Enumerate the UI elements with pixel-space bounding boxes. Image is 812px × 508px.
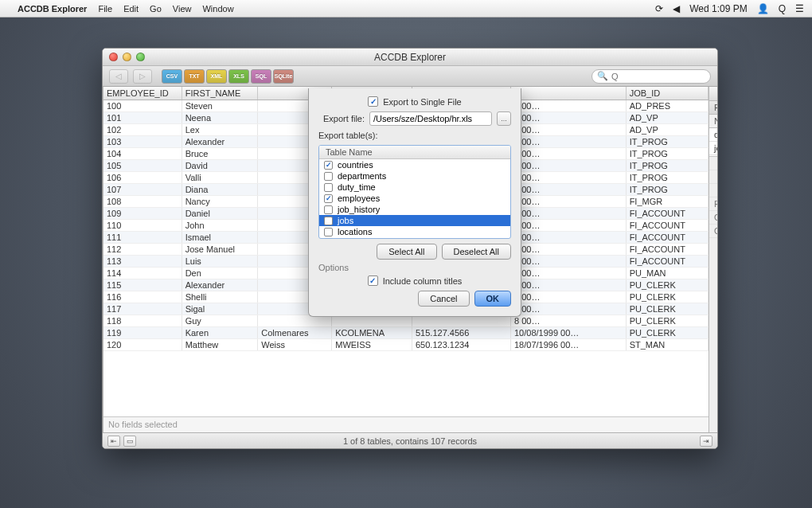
col-header[interactable] [510,87,626,100]
table-name-header: Table Name [319,146,510,159]
status-bar: ⇤ ▭ 1 of 8 tables, contains 107 records … [103,432,717,448]
volume-icon[interactable]: ◀ [673,3,680,14]
spotlight-icon[interactable]: Q [779,3,786,14]
export-txt[interactable]: TXT [184,69,205,84]
nav-forward[interactable]: ▷ [133,69,152,84]
menu-edit[interactable]: Edit [123,4,139,14]
table-row[interactable]: 120MatthewWeissMWEISS650.123.123418/07/1… [103,339,709,351]
relation-property: On delete cascadeNO [709,225,717,238]
col-header[interactable]: JOB_ID [626,87,708,100]
relation-property: Referenced tabledepartments [709,184,717,197]
ok-button[interactable]: OK [474,291,512,307]
clock[interactable]: Wed 1:09 PM [689,3,747,14]
menu-go[interactable]: Go [150,4,162,14]
zoom-button[interactable] [136,53,145,61]
export-xml[interactable]: XML [206,69,227,84]
include-titles-label: Include column titles [383,276,463,286]
cancel-button[interactable]: Cancel [418,291,469,307]
export-table-duty_time[interactable]: duty_time [319,182,510,193]
window-title: ACCDB Explorer [374,52,446,63]
traffic-lights [109,53,145,61]
export-tables-label: Export table(s): [318,131,378,140]
export-file-label: Export file: [318,114,365,123]
status-last[interactable]: ⇥ [700,436,712,447]
select-all-button[interactable]: Select All [377,244,436,260]
export-checkbox[interactable] [324,161,333,170]
right-panel-tabs[interactable]: ⊞◫▤▦◧ [709,87,717,101]
relation-property: ColumnsDEPARTMENT_ID [709,170,717,184]
export-table-jobs[interactable]: jobs [319,215,510,226]
export-checkbox[interactable] [324,228,333,236]
sync-icon[interactable]: ⟳ [655,3,663,14]
export-single-label: Export to Single File [383,97,461,107]
export-sql[interactable]: SQL [251,69,271,84]
app-name[interactable]: ACCDB Explorer [18,4,87,14]
export-table-locations[interactable]: locations [319,226,510,237]
export-table-countries[interactable]: countries [319,159,510,170]
export-checkbox[interactable] [324,172,333,181]
relation-info-header: Relation Information [709,101,717,115]
export-table-departments[interactable]: departments [319,170,510,182]
notifications-icon[interactable]: ☰ [795,3,804,14]
status-first[interactable]: ⇤ [107,436,120,447]
export-checkbox[interactable] [324,205,333,214]
close-button[interactable] [109,53,118,61]
name-column-header: Name [709,115,717,128]
no-fields-bar: No fields selected [103,416,709,432]
toolbar: ◁ ▷ CSVTXTXMLXLSSQLSQLite 🔍 [103,66,717,87]
right-panel: ⊞◫▤▦◧ Relation Information Name departme… [709,87,717,432]
search-input[interactable] [611,72,705,81]
export-checkbox[interactable] [324,217,333,225]
export-table-employees[interactable]: employees [319,193,510,204]
relation-property: On update cascadeNO [709,211,717,225]
deselect-all-button[interactable]: Deselect All [442,244,511,260]
tab-1[interactable]: ⊞ [709,87,717,100]
include-titles-checkbox[interactable] [368,275,378,286]
menu-file[interactable]: File [98,4,112,14]
menu-view[interactable]: View [173,4,192,14]
nav-back[interactable]: ◁ [109,69,128,84]
relation-item[interactable]: departmentsemployees [709,128,717,142]
search-icon: 🔍 [597,71,608,81]
export-checkbox[interactable] [324,183,333,192]
app-window: ACCDB Explorer ◁ ▷ CSVTXTXMLXLSSQLSQLite… [102,48,718,449]
export-csv[interactable]: CSV [162,69,182,84]
relation-property: Referenced columnsDEPARTMENT_ID [709,197,717,211]
table-row[interactable]: 119KarenColmenaresKCOLMENA515.127.456610… [103,327,709,339]
export-table-job_history[interactable]: job_history [319,204,510,215]
export-single-checkbox[interactable] [368,96,378,107]
mac-menubar: ACCDB Explorer File Edit Go View Window … [0,0,812,18]
main: EMPLOYEE_IDFIRST_NAMEJOB_ID100Steven7 00… [103,87,709,432]
status-text: 1 of 8 tables, contains 107 records [343,436,477,446]
relation-item[interactable]: jobsemployees [709,142,717,155]
relation-property: Namedepartmentsemp… [709,157,717,170]
menu-window[interactable]: Window [202,4,233,14]
export-sqlite[interactable]: SQLite [273,69,294,84]
export-file-input[interactable] [369,111,492,126]
browse-button[interactable]: … [497,111,511,126]
options-label: Options [318,263,511,272]
titlebar: ACCDB Explorer [103,49,717,66]
col-header[interactable]: FIRST_NAME [182,87,258,100]
export-checkbox[interactable] [324,194,333,203]
minimize-button[interactable] [123,53,131,61]
col-header[interactable]: EMPLOYEE_ID [103,87,182,100]
export-xls[interactable]: XLS [228,69,249,84]
user-icon[interactable]: 👤 [757,3,769,14]
export-dialog: Export to Single File Export file: … Exp… [308,88,521,317]
status-fit[interactable]: ▭ [123,436,136,447]
search-field[interactable]: 🔍 [591,69,711,84]
export-tables-box[interactable]: Table Name countriesdepartmentsduty_time… [318,145,511,239]
